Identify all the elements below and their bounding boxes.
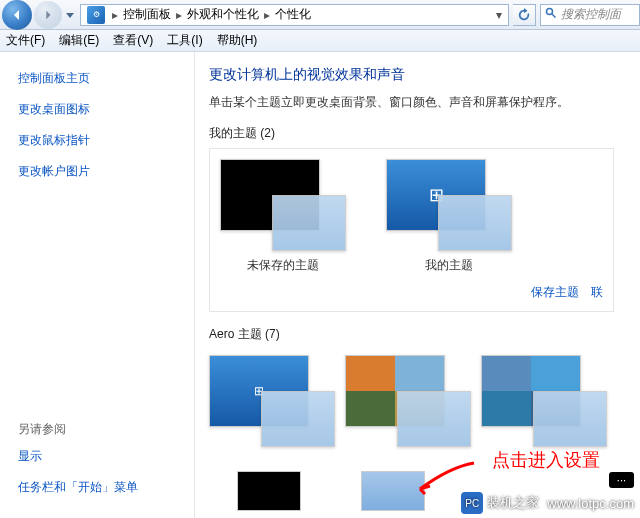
sidebar: 控制面板主页 更改桌面图标 更改鼠标指针 更改帐户图片 另请参阅 显示 任务栏和…: [0, 52, 195, 518]
watermark: PC 装机之家 www.lotpc.com: [461, 492, 634, 514]
page-title: 更改计算机上的视觉效果和声音: [209, 66, 640, 84]
crumb-personalization[interactable]: 个性化: [271, 5, 315, 25]
my-themes-heading: 我的主题 (2): [209, 125, 640, 142]
window-color-item[interactable]: 窗口颜: [361, 471, 425, 518]
main-content: 更改计算机上的视觉效果和声音 单击某个主题立即更改桌面背景、窗口颜色、声音和屏幕…: [195, 52, 640, 518]
see-also-heading: 另请参阅: [18, 421, 186, 438]
watermark-logo-icon: PC: [461, 492, 483, 514]
theme-label: 我的主题: [425, 257, 473, 274]
svg-point-0: [547, 9, 553, 15]
aero-theme-1[interactable]: ⊞: [209, 355, 335, 447]
back-button[interactable]: [2, 0, 32, 30]
more-themes-link[interactable]: 联: [591, 284, 603, 301]
nav-bar: ⚙ ▸ 控制面板 ▸ 外观和个性化 ▸ 个性化 ▾ 搜索控制面: [0, 0, 640, 30]
menu-tools[interactable]: 工具(I): [167, 32, 202, 49]
theme-unsaved[interactable]: 未保存的主题: [220, 159, 346, 274]
page-subtitle: 单击某个主题立即更改桌面背景、窗口颜色、声音和屏幕保护程序。: [209, 94, 640, 111]
aero-theme-2[interactable]: [345, 355, 471, 447]
sidebar-desktop-icons[interactable]: 更改桌面图标: [18, 101, 186, 118]
search-input[interactable]: 搜索控制面: [540, 4, 640, 26]
sidebar-home[interactable]: 控制面板主页: [18, 70, 186, 87]
menu-help[interactable]: 帮助(H): [217, 32, 258, 49]
watermark-badge: ···: [609, 472, 634, 488]
address-bar[interactable]: ⚙ ▸ 控制面板 ▸ 外观和个性化 ▸ 个性化 ▾: [80, 4, 509, 26]
sidebar-account-picture[interactable]: 更改帐户图片: [18, 163, 186, 180]
sidebar-mouse-pointers[interactable]: 更改鼠标指针: [18, 132, 186, 149]
menu-bar: 文件(F) 编辑(E) 查看(V) 工具(I) 帮助(H): [0, 30, 640, 52]
menu-view[interactable]: 查看(V): [113, 32, 153, 49]
forward-button[interactable]: [34, 1, 62, 29]
menu-file[interactable]: 文件(F): [6, 32, 45, 49]
desktop-background-item[interactable]: 桌面背景: [237, 471, 301, 518]
see-also-display[interactable]: 显示: [18, 448, 186, 465]
menu-edit[interactable]: 编辑(E): [59, 32, 99, 49]
chevron-right-icon[interactable]: ▸: [263, 8, 271, 22]
aero-themes-heading: Aero 主题 (7): [209, 326, 640, 343]
watermark-url: www.lotpc.com: [547, 496, 634, 511]
watermark-brand: 装机之家: [487, 494, 539, 512]
crumb-control-panel[interactable]: 控制面板: [119, 5, 175, 25]
theme-label: 未保存的主题: [247, 257, 319, 274]
save-theme-link[interactable]: 保存主题: [531, 284, 579, 301]
window-color-swatch: [361, 471, 425, 511]
theme-my-theme[interactable]: ⊞ 我的主题: [386, 159, 512, 274]
aero-theme-3[interactable]: [481, 355, 607, 447]
crumb-appearance[interactable]: 外观和个性化: [183, 5, 263, 25]
chevron-right-icon[interactable]: ▸: [175, 8, 183, 22]
search-placeholder: 搜索控制面: [561, 6, 621, 23]
see-also-taskbar[interactable]: 任务栏和「开始」菜单: [18, 479, 186, 496]
refresh-button[interactable]: [513, 4, 536, 26]
aero-themes-group: ⊞: [209, 349, 614, 453]
address-dropdown-icon[interactable]: ▾: [490, 8, 508, 22]
control-panel-icon: ⚙: [87, 6, 105, 24]
history-dropdown-icon[interactable]: [66, 8, 74, 22]
desktop-background-swatch: [237, 471, 301, 511]
search-icon: [545, 7, 557, 22]
chevron-right-icon[interactable]: ▸: [111, 8, 119, 22]
my-themes-group: 未保存的主题 ⊞ 我的主题 保存主题 联: [209, 148, 614, 312]
